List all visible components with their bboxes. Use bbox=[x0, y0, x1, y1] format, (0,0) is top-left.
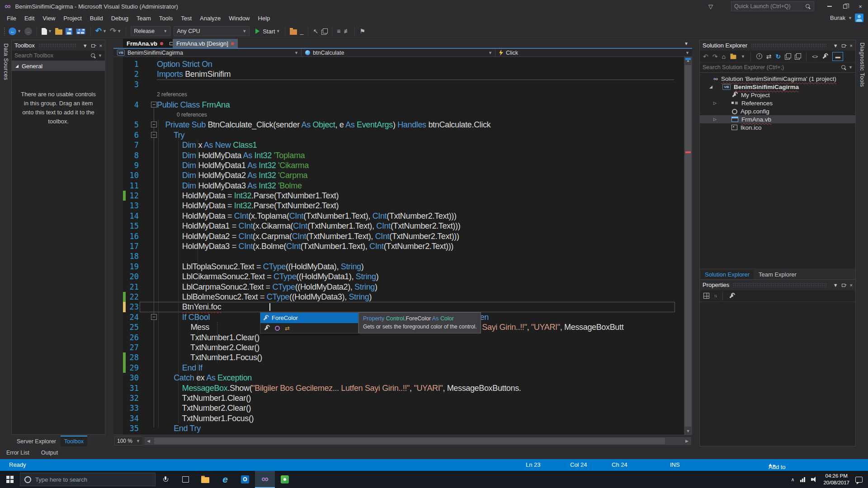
code-line[interactable]: 3 bbox=[113, 80, 684, 89]
tab-toolbox[interactable]: Toolbox bbox=[61, 436, 87, 446]
tab-frmana-vb-design-[interactable]: FrmAna.vb [Design] bbox=[173, 39, 238, 48]
sync-with-active-document-icon[interactable]: ⇄ bbox=[766, 53, 772, 60]
menu-test[interactable]: Test bbox=[177, 14, 196, 23]
properties-wrench-icon[interactable] bbox=[822, 53, 828, 60]
user-avatar[interactable] bbox=[855, 14, 863, 22]
code-line[interactable]: 13 HoldMyData = Int32.Parse(TxtNumber2.T… bbox=[113, 201, 684, 211]
menu-window[interactable]: Window bbox=[225, 14, 254, 23]
start-button[interactable] bbox=[0, 471, 20, 488]
solution-platform-dropdown[interactable]: Any CPU▼ bbox=[174, 26, 250, 36]
open-file-button[interactable] bbox=[55, 28, 62, 35]
code-line[interactable]: 18 bbox=[113, 251, 684, 261]
menu-project[interactable]: Project bbox=[59, 14, 85, 23]
tree-item-app-config[interactable]: App.config bbox=[700, 107, 855, 115]
quick-launch-input[interactable]: Quick Launch (Ctrl+Q) bbox=[731, 1, 814, 11]
volume-icon[interactable] bbox=[811, 476, 817, 483]
code-line[interactable]: 1Option Strict On bbox=[113, 59, 684, 69]
collapsed-arrow-icon[interactable]: ▷ bbox=[713, 117, 717, 122]
save-all-button[interactable] bbox=[75, 28, 86, 35]
navigate-forward-button[interactable]: → bbox=[24, 28, 32, 35]
document-list-chevron-icon[interactable]: ▼ bbox=[684, 41, 689, 46]
menu-edit[interactable]: Edit bbox=[20, 14, 38, 23]
code-line[interactable]: 20 LblCikarmaSonuc2.Text = CType((HoldMy… bbox=[113, 272, 684, 282]
tree-item-references[interactable]: ▷References bbox=[700, 99, 855, 107]
scrollbar-thumb[interactable] bbox=[154, 438, 665, 444]
close-button[interactable]: × bbox=[853, 0, 868, 13]
tab-error-list[interactable]: Error List bbox=[6, 450, 29, 456]
tab-server-explorer[interactable]: Server Explorer bbox=[13, 436, 60, 446]
code-line[interactable]: 30 Catch ex As Exception bbox=[113, 373, 684, 383]
action-center-icon[interactable] bbox=[855, 477, 863, 483]
code-line[interactable]: 22 LblBolmeSonuc2.Text = CType((HoldMyDa… bbox=[113, 292, 684, 302]
code-line[interactable]: 21 LblCarpmaSonuc2.Text = CType((HoldMyD… bbox=[113, 282, 684, 292]
restore-button[interactable] bbox=[837, 0, 853, 13]
taskbar-clock[interactable]: 04:26 PM 20/08/2017 bbox=[823, 473, 849, 486]
menu-analyze[interactable]: Analyze bbox=[196, 14, 225, 23]
code-line[interactable]: 33 TxtNumber2.Clear() bbox=[113, 403, 684, 413]
menu-file[interactable]: File bbox=[3, 14, 20, 23]
menu-view[interactable]: View bbox=[38, 14, 59, 23]
microphone-button[interactable] bbox=[156, 471, 175, 488]
taskbar-search-input[interactable]: Type here to search bbox=[20, 473, 156, 486]
pin-icon[interactable] bbox=[91, 43, 96, 48]
feedback-icon[interactable]: ▽ bbox=[708, 3, 713, 10]
back-icon[interactable]: ↶ bbox=[703, 53, 708, 60]
navbar-event-dropdown[interactable]: Click▼ bbox=[495, 49, 692, 56]
window-position-icon[interactable]: ▼ bbox=[833, 282, 838, 288]
code-line[interactable]: 17 HoldMyData3 = CInt(x.Bolme(CInt(TxtNu… bbox=[113, 241, 684, 251]
code-line[interactable]: 7 Dim x As New Class1 bbox=[113, 140, 684, 150]
network-icon[interactable] bbox=[800, 477, 805, 482]
code-editor[interactable]: 1Option Strict On2Imports BenimSinifim32… bbox=[113, 57, 692, 435]
preview-selected-items-toggle[interactable]: ▬ bbox=[832, 52, 843, 61]
hidden-icons-chevron[interactable]: ∧ bbox=[791, 477, 794, 483]
horizontal-scrollbar[interactable]: ◀ ▶ bbox=[144, 437, 691, 445]
show-all-files-icon[interactable] bbox=[795, 53, 801, 59]
tab-team-explorer[interactable]: Team Explorer bbox=[755, 270, 801, 279]
refresh-icon[interactable]: ↻ bbox=[776, 53, 781, 60]
title-bar[interactable]: ∞ BenimSinifimiCagirma - Microsoft Visua… bbox=[0, 0, 868, 13]
tab-output[interactable]: Output bbox=[41, 450, 58, 456]
comment-lines-icon[interactable]: ≡ bbox=[337, 28, 340, 35]
close-icon[interactable]: × bbox=[850, 43, 853, 48]
code-line[interactable]: 9 Dim HoldMyData1 As Int32 'Cikarma bbox=[113, 160, 684, 170]
tab-diagnostic-tools[interactable]: Diagnostic Tools bbox=[859, 42, 865, 87]
save-button[interactable] bbox=[66, 28, 72, 35]
code-line[interactable]: 34 TxtNumber1.Focus() bbox=[113, 413, 684, 423]
categorized-icon[interactable] bbox=[703, 293, 709, 299]
tree-item-my-project[interactable]: My Project bbox=[700, 91, 855, 99]
code-line[interactable]: 35 End Try bbox=[113, 423, 684, 433]
alphabetical-icon[interactable]: ↑↓ bbox=[714, 293, 717, 298]
internet-explorer-button[interactable]: e bbox=[215, 471, 235, 488]
minimize-button[interactable] bbox=[822, 0, 837, 13]
collapse-all-icon[interactable] bbox=[785, 53, 791, 59]
scrollbar-thumb[interactable] bbox=[685, 65, 691, 427]
tab-solution-explorer[interactable]: Solution Explorer bbox=[701, 270, 754, 279]
tab-data-sources[interactable]: Data Sources bbox=[3, 43, 9, 80]
code-line[interactable]: 19 LblToplaSonuc2.Text = CType((HoldMyDa… bbox=[113, 262, 684, 272]
tree-item-ikon-ico[interactable]: Ikon.ico bbox=[700, 123, 855, 131]
select-mode-icon[interactable]: ↖ bbox=[313, 28, 318, 35]
menu-team[interactable]: Team bbox=[132, 14, 155, 23]
code-line[interactable]: 16 HoldMyData2 = CInt(x.Carpma(CInt(TxtN… bbox=[113, 231, 684, 241]
toolbox-title-bar[interactable]: Toolbox ▼ × bbox=[12, 40, 105, 51]
pinned-app-button[interactable] bbox=[275, 471, 295, 488]
scroll-right-arrow[interactable]: ▶ bbox=[685, 439, 689, 443]
solution-explorer-title-bar[interactable]: Solution Explorer ▼ × bbox=[700, 40, 855, 51]
attach-to-process-icon[interactable] bbox=[290, 28, 297, 35]
code-line[interactable]: 27 TxtNumber2.Clear() bbox=[113, 343, 684, 352]
pin-icon[interactable] bbox=[841, 43, 847, 48]
property-pages-icon[interactable] bbox=[729, 293, 735, 299]
toolbox-group-general[interactable]: General bbox=[12, 61, 105, 71]
start-debugging-button[interactable]: Start▼ bbox=[255, 28, 280, 35]
collapsed-arrow-icon[interactable]: ▷ bbox=[713, 101, 717, 105]
code-line[interactable]: 23 BtnYeni.foc bbox=[113, 302, 684, 312]
vertical-scrollbar[interactable]: ▲ ▼ bbox=[684, 57, 692, 435]
code-line[interactable]: 28 TxtNumber1.Focus() bbox=[113, 352, 684, 362]
visual-studio-taskbar-button[interactable]: ∞ bbox=[255, 471, 275, 488]
menu-build[interactable]: Build bbox=[86, 14, 107, 23]
codelens-references[interactable]: 0 references bbox=[113, 112, 207, 118]
codelens-references[interactable]: 2 references bbox=[113, 91, 187, 98]
close-icon[interactable]: × bbox=[850, 282, 853, 288]
fold-collapse-icon[interactable] bbox=[151, 122, 157, 127]
properties-filter-icon[interactable] bbox=[264, 325, 270, 331]
